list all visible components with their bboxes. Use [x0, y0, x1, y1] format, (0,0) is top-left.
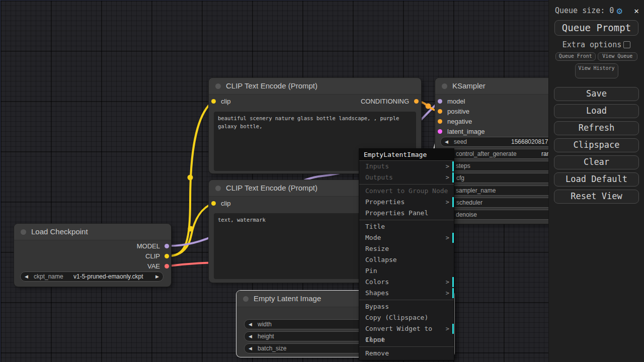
- context-menu-title: EmptyLatentImage: [359, 149, 454, 161]
- menu-separator: [359, 220, 454, 220]
- collapse-dot[interactable]: [442, 83, 447, 89]
- input-slot-negative[interactable]: [438, 119, 442, 124]
- submenu-bar: [452, 172, 454, 183]
- decrement-arrow-icon[interactable]: ◀: [249, 344, 252, 353]
- output-label: VAE: [147, 263, 160, 270]
- next-arrow-icon[interactable]: ▶: [155, 272, 159, 281]
- submenu-bar: [452, 324, 454, 334]
- submenu-arrow-icon: >: [446, 288, 449, 299]
- comfy-menu-panel: Queue size: 0 ⚙ ✕ Queue Prompt Extra opt…: [548, 0, 644, 362]
- decrement-arrow-icon[interactable]: ◀: [249, 332, 252, 341]
- output-slot-vae[interactable]: [165, 264, 169, 268]
- input-slot-model[interactable]: [438, 99, 442, 104]
- collapse-dot[interactable]: [243, 296, 249, 302]
- settings-gear-icon[interactable]: ⚙: [616, 6, 622, 16]
- output-label: CLIP: [145, 253, 160, 260]
- queue-prompt-button[interactable]: Queue Prompt: [554, 20, 638, 36]
- input-label: negative: [447, 118, 472, 125]
- menu-separator: [359, 300, 454, 300]
- submenu-bar: [452, 233, 454, 243]
- load-button[interactable]: Load: [554, 104, 639, 118]
- menu-item-convert-to-group-node: Convert to Group Node: [359, 186, 454, 197]
- refresh-button[interactable]: Refresh: [554, 121, 639, 135]
- prev-arrow-icon[interactable]: ◀: [25, 272, 28, 281]
- input-slot-clip[interactable]: [211, 99, 216, 104]
- menu-item-properties-panel[interactable]: Properties Panel: [359, 208, 454, 219]
- output-slot-conditioning[interactable]: [414, 99, 419, 104]
- clipspace-button[interactable]: Clipspace: [554, 138, 639, 152]
- menu-item-resize[interactable]: Resize: [359, 243, 454, 254]
- input-slot-latent-image[interactable]: [438, 129, 442, 134]
- menu-item-colors[interactable]: Colors>: [359, 277, 454, 288]
- menu-separator: [359, 346, 454, 347]
- view-queue-button[interactable]: View Queue: [598, 52, 638, 61]
- menu-item-remove[interactable]: Remove: [359, 348, 454, 359]
- node-title: CLIP Text Encode (Prompt): [226, 184, 317, 192]
- view-history-button[interactable]: View History: [575, 63, 618, 78]
- close-icon[interactable]: ✕: [634, 6, 639, 16]
- output-slot-model[interactable]: [165, 244, 169, 248]
- clear-button[interactable]: Clear: [554, 155, 639, 169]
- node-context-menu: EmptyLatentImage Inputs> Outputs> Conver…: [359, 148, 454, 360]
- queue-front-button[interactable]: Queue Front: [555, 52, 596, 61]
- collapse-dot[interactable]: [215, 186, 221, 191]
- submenu-arrow-icon: >: [446, 197, 449, 208]
- menu-item-pin[interactable]: Pin: [359, 265, 454, 277]
- output-slot-clip[interactable]: [165, 254, 169, 258]
- submenu-arrow-icon: >: [446, 161, 449, 172]
- extra-options-checkbox[interactable]: [623, 41, 630, 48]
- node-load-checkpoint[interactable]: Load Checkpoint MODEL CLIP VAE ◀ ckpt_na…: [14, 224, 171, 287]
- submenu-bar: [452, 277, 454, 287]
- node-title: Empty Latent Image: [254, 294, 321, 303]
- collapse-dot[interactable]: [21, 229, 26, 235]
- queue-size-label: Queue size: 0: [555, 6, 614, 15]
- decrement-arrow-icon[interactable]: ◀: [445, 137, 448, 146]
- menu-separator: [359, 184, 454, 185]
- menu-item-bypass[interactable]: Bypass: [359, 301, 454, 312]
- collapse-dot[interactable]: [215, 83, 221, 89]
- node-title: CLIP Text Encode (Prompt): [226, 81, 317, 90]
- menu-item-convert-widget-to-input[interactable]: Convert Widget to Input>: [359, 323, 454, 334]
- input-slot-positive[interactable]: [438, 109, 442, 114]
- save-button[interactable]: Save: [554, 87, 639, 101]
- widget-ckpt-name[interactable]: ◀ ckpt_name v1-5-pruned-emaonly.ckpt ▶: [20, 272, 164, 282]
- submenu-arrow-icon: >: [446, 277, 449, 288]
- menu-item-properties[interactable]: Properties>: [359, 197, 454, 208]
- menu-item-inputs: Inputs>: [359, 161, 454, 172]
- submenu-bar: [452, 161, 454, 171]
- menu-item-shapes[interactable]: Shapes>: [359, 288, 454, 299]
- input-slot-clip[interactable]: [211, 201, 216, 206]
- node-title: KSampler: [452, 81, 486, 90]
- menu-item-copy-clipspace[interactable]: Copy (Clipspace): [359, 312, 454, 323]
- input-label: clip: [221, 200, 231, 207]
- output-label: MODEL: [137, 243, 160, 250]
- comfyui-app: CLIP Text Encode (Prompt) clip CONDITION…: [0, 0, 644, 362]
- submenu-bar: [452, 197, 454, 207]
- node-title: Load Checkpoint: [31, 227, 88, 236]
- extra-options-label: Extra options: [562, 40, 621, 49]
- submenu-arrow-icon: >: [446, 323, 449, 334]
- menu-item-clone[interactable]: Clone: [359, 334, 454, 345]
- menu-item-collapse[interactable]: Collapse: [359, 254, 454, 265]
- submenu-bar: [452, 288, 454, 298]
- menu-item-mode[interactable]: Mode>: [359, 232, 454, 243]
- reset-view-button[interactable]: Reset View: [554, 190, 639, 204]
- decrement-arrow-icon[interactable]: ◀: [249, 320, 252, 329]
- input-label: clip: [221, 98, 231, 105]
- submenu-arrow-icon: >: [446, 172, 449, 183]
- input-label: model: [447, 98, 465, 105]
- load-default-button[interactable]: Load Default: [554, 172, 639, 187]
- output-label: CONDITIONING: [361, 98, 409, 105]
- input-label: positive: [447, 108, 469, 115]
- menu-item-outputs: Outputs>: [359, 172, 454, 183]
- input-label: latent_image: [447, 128, 485, 135]
- menu-item-title[interactable]: Title: [359, 221, 454, 232]
- submenu-arrow-icon: >: [446, 232, 449, 243]
